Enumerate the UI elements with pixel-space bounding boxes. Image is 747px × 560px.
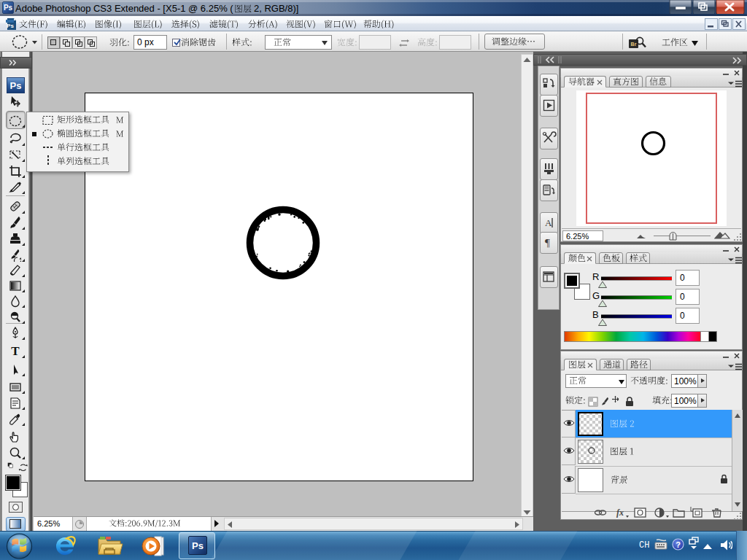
svg-text:Ps: Ps [7,23,14,29]
svg-text:Br: Br [631,42,637,47]
svg-text:?: ? [676,540,681,549]
svg-text:¶: ¶ [545,237,550,249]
svg-text:A: A [545,217,552,228]
svg-text:fx: fx [616,508,624,518]
